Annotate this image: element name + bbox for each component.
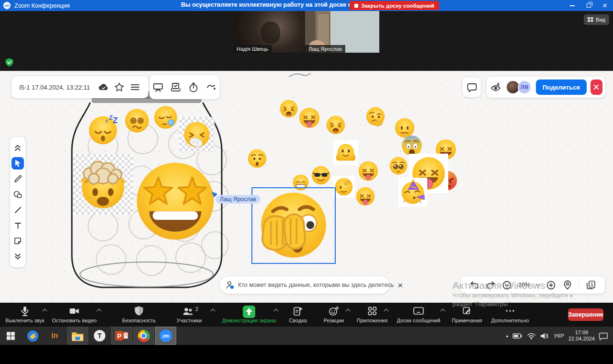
battery-icon[interactable] [512,332,522,340]
video-button[interactable] [69,306,80,318]
melting-face-emoji[interactable] [333,140,358,165]
encryption-shield-icon[interactable] [5,58,14,67]
timed-eye-icon[interactable] [489,79,502,96]
locate-pin-icon[interactable] [562,280,573,290]
share-screen-button[interactable] [243,306,255,318]
star-favorite-icon[interactable] [112,79,127,96]
system-tray: ▴ УКР 17:09 22.04.2024 [506,327,613,345]
cloud-sync-icon[interactable] [96,79,112,96]
shapes-tool[interactable] [11,188,24,201]
face-with-spiral-eyes-emoji[interactable] [124,108,150,134]
zoom-app-button[interactable]: zm [155,327,176,345]
notes-button[interactable] [462,306,472,316]
timer-icon[interactable] [185,79,201,96]
whiteboards-options-icon[interactable] [441,309,445,314]
sleepy-face-emoji[interactable] [153,105,178,130]
more-button[interactable] [505,306,515,315]
summary-button[interactable] [293,306,303,317]
weary-face-emoji[interactable] [326,115,346,135]
whiteboard-canvas[interactable]: zZZ Лащ Ярослав I5-1 17.04.2024, 13:22:1… [0,71,613,303]
zoom-level[interactable]: 20% [518,282,530,288]
zoom-dropdown-icon[interactable] [536,281,541,286]
comment-card[interactable] [463,77,481,97]
squinting-face-with-tongue-emoji[interactable] [298,107,320,129]
apps-button[interactable] [367,306,377,316]
zoom-in-icon[interactable] [546,280,556,290]
menu-icon[interactable] [127,79,143,96]
pinned-app-t[interactable]: T [89,327,110,345]
action-center-icon[interactable] [599,332,608,340]
zoom-out-icon[interactable] [502,280,512,290]
select-tool[interactable] [11,157,24,170]
pen-stroke-object[interactable] [287,71,316,79]
collaborator-avatar-initials[interactable]: ЛЯ [518,80,531,94]
participants-options-icon[interactable] [211,309,216,314]
pleading-face-emoji[interactable] [389,156,408,175]
end-meeting-button[interactable]: Завершение [568,308,603,321]
pinned-app-1[interactable] [22,327,43,345]
video-thumbnail-2[interactable]: Лащ Ярослав [305,11,379,53]
reactions-options-icon[interactable] [346,309,351,314]
dismiss-privacy-icon[interactable]: × [397,281,403,290]
partying-face-emoji[interactable] [398,178,427,206]
mute-label: Выключить звук [5,318,44,323]
board-title[interactable]: I5-1 17.04.2024, 13:22:11 [19,84,90,91]
line-tool[interactable] [11,204,24,216]
undo-icon[interactable] [469,280,479,290]
weary-face-emoji[interactable] [279,99,298,118]
selection-box[interactable] [251,187,336,264]
reactions-button[interactable] [329,306,340,317]
language-indicator[interactable]: УКР [554,333,564,339]
pages-icon[interactable]: 1 [585,280,597,290]
sunglasses-face-emoji[interactable] [311,165,331,185]
security-button[interactable] [134,306,144,317]
redo-icon[interactable] [486,280,496,290]
sticky-note-tool[interactable] [11,235,24,247]
chrome-button[interactable] [133,327,154,345]
sleeping-face-emoji[interactable]: zZZ [88,115,118,146]
folder-icon [71,331,84,341]
squinting-face-with-tongue-emoji[interactable] [358,160,379,182]
sneezing-face-emoji[interactable] [179,117,215,152]
start-button[interactable] [0,327,21,345]
summary-icon [293,306,303,317]
mute-options-icon[interactable] [43,309,47,314]
apps-options-icon[interactable] [384,309,389,314]
share-button[interactable]: Поделиться [536,80,587,95]
svg-text:z: z [105,118,108,123]
view-button[interactable]: Вид [584,14,609,25]
expand-down-icon[interactable] [11,250,24,263]
speaker-icon[interactable] [540,332,549,340]
surprised-face-emoji[interactable] [247,148,267,169]
close-board-button[interactable]: Закрыть доску сообщений [350,1,439,10]
participants-button[interactable] [182,306,194,317]
mute-button[interactable] [20,306,30,317]
pinned-app-in[interactable]: in [44,327,65,345]
powerpoint-button[interactable]: P [111,327,132,345]
clock[interactable]: 17:09 22.04.2024 [568,330,595,342]
whiteboards-button[interactable] [413,306,424,317]
exploding-head-emoji[interactable] [73,154,133,215]
file-explorer-button[interactable] [67,327,88,345]
present-icon[interactable] [150,79,166,96]
silhouette [261,22,280,44]
share-options-icon[interactable] [274,309,279,314]
thinking-face-emoji[interactable] [365,106,386,126]
collapse-up-icon[interactable] [11,141,24,154]
vote-icon[interactable] [168,79,184,96]
tray-expand-icon[interactable]: ▴ [506,333,509,338]
microphone-icon [20,306,30,317]
text-tool[interactable] [11,219,24,232]
close-whiteboard-button[interactable] [590,80,602,95]
squinting-face-with-tongue-emoji[interactable] [355,186,375,206]
video-options-icon[interactable] [97,309,102,314]
restore-button[interactable] [580,0,597,11]
saluting-face-emoji[interactable] [333,176,355,198]
minimize-button[interactable] [564,0,580,11]
wifi-icon[interactable] [527,332,536,340]
star-struck-face-emoji[interactable] [135,160,216,242]
pen-tool[interactable] [11,172,24,185]
follow-cursor-icon[interactable] [203,79,219,96]
video-thumbnail-1[interactable]: Надія Швець [233,11,305,53]
close-button[interactable]: × [597,0,613,11]
